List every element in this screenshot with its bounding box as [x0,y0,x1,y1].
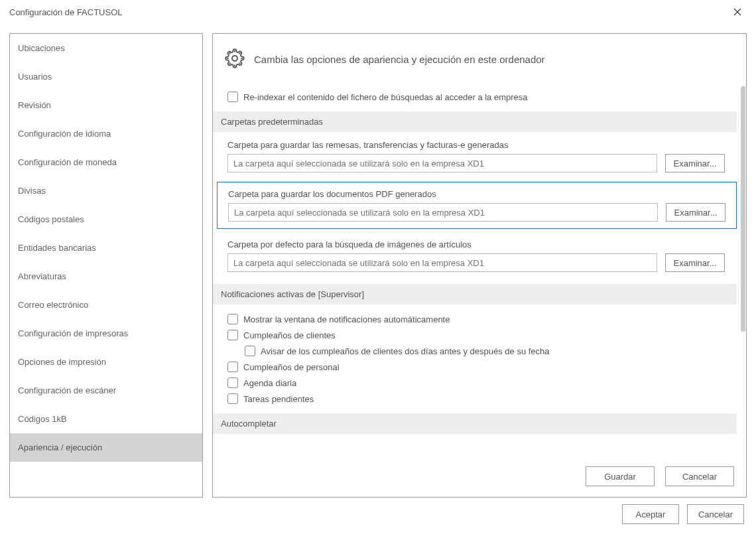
save-button[interactable]: Guardar [586,466,655,486]
folder-group: Carpeta por defecto para la búsqueda de … [213,232,739,279]
sidebar-item[interactable]: Configuración de impresoras [10,319,202,348]
notification-item: Cumpleaños de personal [227,359,725,375]
sidebar-item[interactable]: Opciones de impresión [10,348,202,376]
notification-label: Mostrar la ventana de notificaciones aut… [243,314,450,324]
scrollbar-track[interactable] [741,86,745,453]
sidebar-item[interactable]: Revisión [10,91,202,119]
reindex-checkbox[interactable] [227,92,238,102]
folder-input[interactable] [228,203,658,222]
folder-input[interactable] [227,154,657,172]
sidebar-item[interactable]: Códigos postales [10,205,202,234]
gear-icon [225,48,245,70]
scrollbar-thumb[interactable] [741,86,745,332]
notification-checkbox[interactable] [227,377,238,388]
folder-group: Carpeta para guardar las remesas, transf… [213,132,739,179]
cancel-button[interactable]: Cancelar [687,504,744,524]
sidebar-item[interactable]: Divisas [10,176,202,205]
sidebar-item[interactable]: Usuarios [10,62,202,91]
content-footer: Guardar Cancelar [213,457,746,497]
browse-button[interactable]: Examinar... [665,154,725,172]
folder-input[interactable] [227,253,657,272]
cancel-inner-button[interactable]: Cancelar [665,466,734,486]
notification-checkbox[interactable] [227,314,238,324]
notification-item: Cumpleaños de clientes [227,327,725,343]
folder-row: Examinar... [228,203,725,222]
titlebar: Configuración de FACTUSOL [0,0,756,24]
reindex-row: Re-indexar el contenido del fichero de b… [213,82,739,111]
dialog-footer: Aceptar Cancelar [0,504,756,533]
sidebar-item[interactable]: Configuración de idioma [10,119,202,148]
folder-row: Examinar... [227,154,725,172]
folder-group: Carpeta para guardar los documentos PDF … [217,182,737,229]
browse-button[interactable]: Examinar... [666,203,725,222]
notification-item: Avisar de los cumpleaños de clientes dos… [245,343,725,359]
sidebar-item[interactable]: Ubicaciones [10,34,202,62]
content-body: Re-indexar el contenido del fichero de b… [213,82,746,457]
window-title: Configuración de FACTUSOL [9,7,123,17]
sidebar-item[interactable]: Correo electrónico [10,291,202,319]
accept-button[interactable]: Aceptar [622,504,679,524]
folders-section-header: Carpetas predeterminadas [213,111,737,132]
sidebar-item[interactable]: Entidades bancarias [10,234,202,262]
close-button[interactable] [728,3,747,21]
svg-point-0 [232,56,237,61]
folder-label: Carpeta para guardar los documentos PDF … [228,189,725,199]
reindex-label: Re-indexar el contenido del fichero de b… [243,92,528,102]
notification-label: Tareas pendientes [243,394,314,404]
notification-checkbox[interactable] [227,330,238,340]
sidebar: UbicacionesUsuariosRevisiónConfiguración… [9,33,203,498]
notifications-list: Mostrar la ventana de notificaciones aut… [213,305,739,413]
notification-item: Agenda diaria [227,375,725,391]
notification-item: Mostrar la ventana de notificaciones aut… [227,311,725,327]
sidebar-item[interactable]: Configuración de moneda [10,148,202,176]
notification-checkbox[interactable] [227,393,238,404]
notification-label: Cumpleaños de personal [243,362,340,372]
notification-label: Avisar de los cumpleaños de clientes dos… [261,346,550,356]
sidebar-item[interactable]: Códigos 1kB [10,405,202,433]
content-header: Cambia las opciones de apariencia y ejec… [213,34,746,82]
notifications-section-header: Notificaciones activas de [Supervisor] [213,284,737,305]
notification-label: Cumpleaños de clientes [243,330,336,340]
notification-label: Agenda diaria [243,378,296,388]
sidebar-item[interactable]: Configuración de escáner [10,376,202,405]
notification-checkbox[interactable] [245,346,255,356]
browse-button[interactable]: Examinar... [665,253,725,272]
sidebar-item[interactable]: Abreviaturas [10,262,202,291]
close-icon [733,8,741,16]
autocomplete-section-header: Autocompletar [213,413,737,434]
notification-checkbox[interactable] [227,362,238,372]
folder-label: Carpeta para guardar las remesas, transf… [227,140,725,150]
main-area: UbicacionesUsuariosRevisiónConfiguración… [0,24,756,504]
content-subtitle: Cambia las opciones de apariencia y ejec… [254,54,545,65]
content-panel: Cambia las opciones de apariencia y ejec… [212,33,747,498]
notification-item: Tareas pendientes [227,391,725,407]
folder-row: Examinar... [227,253,725,272]
folder-label: Carpeta por defecto para la búsqueda de … [227,239,725,249]
sidebar-item[interactable]: Apariencia / ejecución [10,433,202,462]
